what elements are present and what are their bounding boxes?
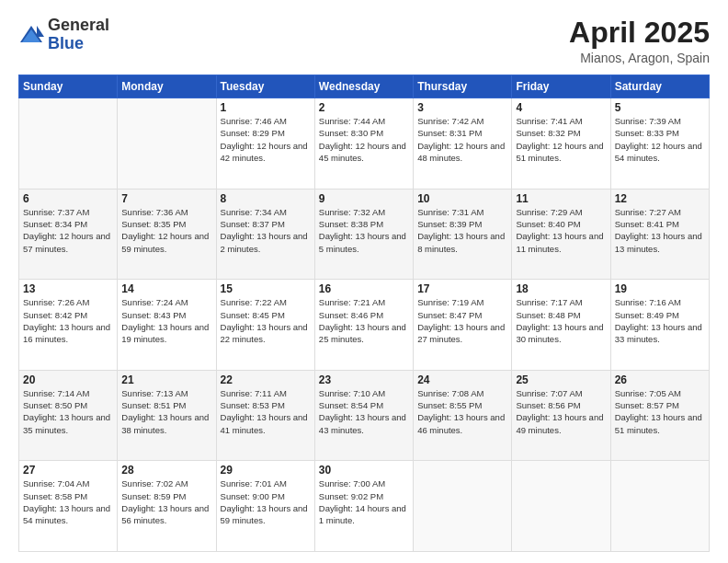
calendar-cell: 5 Sunrise: 7:39 AMSunset: 8:33 PMDayligh… [610,98,709,190]
day-number: 28 [121,464,211,477]
day-info: Sunrise: 7:21 AMSunset: 8:46 PMDaylight:… [319,297,406,344]
day-info: Sunrise: 7:26 AMSunset: 8:42 PMDaylight:… [23,297,110,344]
day-info: Sunrise: 7:11 AMSunset: 8:53 PMDaylight:… [221,388,308,435]
day-info: Sunrise: 7:31 AMSunset: 8:39 PMDaylight:… [417,207,505,254]
day-info: Sunrise: 7:04 AMSunset: 8:58 PMDaylight:… [23,478,110,525]
day-info: Sunrise: 7:39 AMSunset: 8:33 PMDaylight:… [615,116,702,163]
day-number: 10 [417,192,507,205]
calendar-cell: 6 Sunrise: 7:37 AMSunset: 8:34 PMDayligh… [19,189,118,280]
calendar-cell: 4 Sunrise: 7:41 AMSunset: 8:32 PMDayligh… [512,98,610,190]
calendar-cell: 15 Sunrise: 7:22 AMSunset: 8:45 PMDaylig… [216,280,314,371]
calendar-week-3: 20 Sunrise: 7:14 AMSunset: 8:50 PMDaylig… [19,370,710,461]
day-number: 14 [121,282,211,295]
logo-icon [18,22,44,48]
day-info: Sunrise: 7:24 AMSunset: 8:43 PMDaylight:… [121,297,209,344]
day-info: Sunrise: 7:36 AMSunset: 8:35 PMDaylight:… [121,207,209,254]
day-number: 5 [615,101,705,114]
day-number: 12 [615,192,705,205]
col-header-wednesday: Wednesday [314,75,413,98]
calendar-cell: 25 Sunrise: 7:07 AMSunset: 8:56 PMDaylig… [512,370,610,461]
calendar-cell: 3 Sunrise: 7:42 AMSunset: 8:31 PMDayligh… [414,98,512,190]
day-info: Sunrise: 7:29 AMSunset: 8:40 PMDaylight:… [516,207,603,254]
day-info: Sunrise: 7:44 AMSunset: 8:30 PMDaylight:… [319,116,406,163]
calendar-cell: 18 Sunrise: 7:17 AMSunset: 8:48 PMDaylig… [512,280,610,371]
main-title: April 2025 [569,17,710,49]
calendar-cell [118,98,216,190]
day-info: Sunrise: 7:37 AMSunset: 8:34 PMDaylight:… [23,207,110,254]
day-number: 2 [319,101,409,114]
day-info: Sunrise: 7:14 AMSunset: 8:50 PMDaylight:… [23,388,110,435]
logo-general: General [48,16,109,34]
day-info: Sunrise: 7:46 AMSunset: 8:29 PMDaylight:… [221,116,308,163]
calendar-cell: 7 Sunrise: 7:36 AMSunset: 8:35 PMDayligh… [118,189,216,280]
day-number: 26 [615,373,705,386]
day-number: 11 [516,192,606,205]
day-number: 22 [221,373,311,386]
calendar-cell: 30 Sunrise: 7:00 AMSunset: 9:02 PMDaylig… [314,461,413,552]
day-info: Sunrise: 7:07 AMSunset: 8:56 PMDaylight:… [516,388,603,435]
calendar-week-2: 13 Sunrise: 7:26 AMSunset: 8:42 PMDaylig… [19,280,710,371]
logo: General Blue [18,17,109,53]
day-info: Sunrise: 7:05 AMSunset: 8:57 PMDaylight:… [615,388,702,435]
calendar-cell [414,461,512,552]
calendar-cell: 2 Sunrise: 7:44 AMSunset: 8:30 PMDayligh… [314,98,413,190]
title-block: April 2025 Mianos, Aragon, Spain [569,17,710,65]
day-number: 23 [319,373,409,386]
col-header-saturday: Saturday [610,75,709,98]
day-number: 24 [417,373,507,386]
day-info: Sunrise: 7:34 AMSunset: 8:37 PMDaylight:… [221,207,308,254]
calendar-cell [512,461,610,552]
day-number: 15 [221,282,311,295]
calendar-cell: 17 Sunrise: 7:19 AMSunset: 8:47 PMDaylig… [414,280,512,371]
day-info: Sunrise: 7:02 AMSunset: 8:59 PMDaylight:… [121,478,209,525]
calendar-cell: 10 Sunrise: 7:31 AMSunset: 8:39 PMDaylig… [414,189,512,280]
day-info: Sunrise: 7:22 AMSunset: 8:45 PMDaylight:… [221,297,308,344]
calendar-cell: 27 Sunrise: 7:04 AMSunset: 8:58 PMDaylig… [19,461,118,552]
day-info: Sunrise: 7:10 AMSunset: 8:54 PMDaylight:… [319,388,406,435]
logo-text: General Blue [48,17,109,53]
col-header-sunday: Sunday [19,75,118,98]
page: General Blue April 2025 Mianos, Aragon, … [0,0,728,563]
calendar-cell: 12 Sunrise: 7:27 AMSunset: 8:41 PMDaylig… [610,189,709,280]
day-number: 20 [23,373,113,386]
calendar-cell: 29 Sunrise: 7:01 AMSunset: 9:00 PMDaylig… [216,461,314,552]
col-header-thursday: Thursday [414,75,512,98]
calendar-cell: 21 Sunrise: 7:13 AMSunset: 8:51 PMDaylig… [118,370,216,461]
calendar-cell: 28 Sunrise: 7:02 AMSunset: 8:59 PMDaylig… [118,461,216,552]
day-number: 19 [615,282,705,295]
calendar-cell: 22 Sunrise: 7:11 AMSunset: 8:53 PMDaylig… [216,370,314,461]
subtitle: Mianos, Aragon, Spain [569,51,710,65]
calendar-cell: 13 Sunrise: 7:26 AMSunset: 8:42 PMDaylig… [19,280,118,371]
day-number: 13 [23,282,113,295]
calendar-header-row: SundayMondayTuesdayWednesdayThursdayFrid… [19,75,710,98]
day-info: Sunrise: 7:27 AMSunset: 8:41 PMDaylight:… [615,207,702,254]
day-info: Sunrise: 7:16 AMSunset: 8:49 PMDaylight:… [615,297,702,344]
calendar-cell: 16 Sunrise: 7:21 AMSunset: 8:46 PMDaylig… [314,280,413,371]
calendar-cell: 23 Sunrise: 7:10 AMSunset: 8:54 PMDaylig… [314,370,413,461]
calendar-cell: 11 Sunrise: 7:29 AMSunset: 8:40 PMDaylig… [512,189,610,280]
calendar-cell: 8 Sunrise: 7:34 AMSunset: 8:37 PMDayligh… [216,189,314,280]
logo-blue: Blue [48,34,84,52]
day-info: Sunrise: 7:13 AMSunset: 8:51 PMDaylight:… [121,388,209,435]
day-info: Sunrise: 7:01 AMSunset: 9:00 PMDaylight:… [221,478,308,525]
day-number: 3 [417,101,507,114]
day-number: 7 [121,192,211,205]
day-number: 8 [221,192,311,205]
calendar-cell: 1 Sunrise: 7:46 AMSunset: 8:29 PMDayligh… [216,98,314,190]
calendar-cell: 20 Sunrise: 7:14 AMSunset: 8:50 PMDaylig… [19,370,118,461]
day-number: 18 [516,282,606,295]
calendar-cell: 24 Sunrise: 7:08 AMSunset: 8:55 PMDaylig… [414,370,512,461]
col-header-tuesday: Tuesday [216,75,314,98]
calendar-cell [610,461,709,552]
col-header-friday: Friday [512,75,610,98]
calendar-cell: 26 Sunrise: 7:05 AMSunset: 8:57 PMDaylig… [610,370,709,461]
col-header-monday: Monday [118,75,216,98]
calendar-cell: 19 Sunrise: 7:16 AMSunset: 8:49 PMDaylig… [610,280,709,371]
day-number: 9 [319,192,409,205]
day-info: Sunrise: 7:08 AMSunset: 8:55 PMDaylight:… [417,388,505,435]
day-number: 29 [221,464,311,477]
header: General Blue April 2025 Mianos, Aragon, … [18,17,710,65]
calendar-week-4: 27 Sunrise: 7:04 AMSunset: 8:58 PMDaylig… [19,461,710,552]
calendar-week-0: 1 Sunrise: 7:46 AMSunset: 8:29 PMDayligh… [19,98,710,190]
day-number: 30 [319,464,409,477]
